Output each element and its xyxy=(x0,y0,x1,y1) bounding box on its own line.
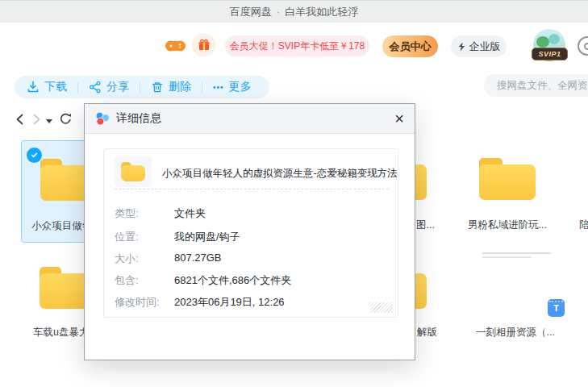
avatar-art-tree xyxy=(536,36,549,48)
baidu-netdisk-logo-icon xyxy=(95,111,110,126)
titlebar-separator: · xyxy=(277,6,280,18)
download-label: 下载 xyxy=(44,80,67,94)
more-label: 更多 xyxy=(229,80,252,94)
toolbar-divider xyxy=(77,82,78,93)
details-dialog-header: 详细信息 × xyxy=(85,104,415,134)
detail-label-contains: 包含: xyxy=(115,273,173,288)
back-button[interactable] xyxy=(14,113,27,126)
detail-value-contains: 6821个文件,686个文件夹 xyxy=(174,273,291,288)
file-action-toolbar: 下载 分享 删除 ••• 更多 xyxy=(15,76,269,98)
forward-button[interactable] xyxy=(30,113,43,126)
gift-activity-button[interactable] xyxy=(192,33,215,56)
share-icon xyxy=(89,81,102,94)
member-center-button[interactable]: 会员中心 xyxy=(382,35,438,57)
detail-value-modified: 2023年06月19日, 12:26 xyxy=(174,295,285,310)
detail-label-type: 类型: xyxy=(115,206,173,221)
download-icon xyxy=(27,81,40,94)
detail-file-name: 小众项目做年轻人的虚拟资源生意-恋爱秘籍变现方法 xyxy=(162,167,396,181)
file-item-label[interactable]: 解版 xyxy=(417,326,437,339)
share-label: 分享 xyxy=(106,80,129,94)
note-file-icon[interactable]: T xyxy=(548,299,565,317)
download-button[interactable]: 下载 xyxy=(27,80,67,94)
file-item-label[interactable]: 一刻相册资源（... xyxy=(471,326,560,339)
note-icon-dots xyxy=(549,301,563,302)
file-item-label[interactable]: 图... xyxy=(416,218,435,232)
more-dots-icon: ••• xyxy=(213,83,224,92)
delete-label: 删除 xyxy=(169,80,191,94)
detail-label-location: 位置: xyxy=(115,230,173,244)
trash-icon xyxy=(151,81,164,94)
history-dropdown-caret[interactable] xyxy=(46,119,52,123)
folder-icon xyxy=(121,162,145,181)
dialog-title: 详细信息 xyxy=(116,111,161,126)
detail-label-modified: 修改时间: xyxy=(115,295,173,310)
window-titlebar: 百度网盘 · 白羊我如此轻浮 xyxy=(0,0,588,23)
svip-level-badge: SVIP1 xyxy=(532,48,568,60)
enterprise-version-button[interactable]: 企业版 xyxy=(451,35,507,57)
detail-value-size: 807.27GB xyxy=(174,252,222,264)
detail-value-type: 文件夹 xyxy=(174,206,206,221)
more-actions-button[interactable]: ••• 更多 xyxy=(213,80,252,94)
detail-label-size: 大小: xyxy=(115,252,173,266)
file-icon-tile xyxy=(115,156,152,187)
check-icon xyxy=(30,151,39,160)
gift-icon xyxy=(198,39,211,52)
enterprise-label: 企业版 xyxy=(469,40,501,54)
details-dialog: 详细信息 × 小众项目做年轻人的虚拟资源生意-恋爱秘籍变现方法 类型: 文件夹 … xyxy=(84,103,415,360)
corner-smudge xyxy=(370,302,393,313)
service-ring-inner xyxy=(584,43,588,50)
svip-promo-banner[interactable]: 会员大促！SVIP年卡低至￥178 xyxy=(225,35,369,56)
search-input[interactable] xyxy=(484,80,588,91)
search-box xyxy=(484,74,588,97)
close-icon[interactable]: × xyxy=(394,110,404,127)
watermark xyxy=(482,252,551,260)
folder-icon[interactable] xyxy=(479,158,536,200)
avatar-art-bush xyxy=(548,34,560,44)
app-name: 百度网盘 xyxy=(230,5,272,19)
dashed-divider xyxy=(115,189,389,189)
share-button[interactable]: 分享 xyxy=(89,80,129,94)
detail-value-location: 我的网盘/钩子 xyxy=(174,230,240,244)
delete-button[interactable]: 删除 xyxy=(151,80,191,94)
logged-in-user-name: 白羊我如此轻浮 xyxy=(285,5,358,19)
file-item-label[interactable]: 男粉私域进阶玩... xyxy=(467,218,548,232)
baidu-netdisk-window: 百度网盘 · 白羊我如此轻浮 会员大促！SVIP年卡低至￥178 会员中心 企业… xyxy=(0,0,588,387)
details-content-box: 小众项目做年轻人的虚拟资源生意-恋爱秘籍变现方法 类型: 文件夹 位置: 我的网… xyxy=(103,148,398,318)
toolbar-divider xyxy=(202,82,202,93)
refresh-button[interactable] xyxy=(59,112,73,126)
game-center-icon[interactable] xyxy=(165,38,186,54)
enterprise-lightning-icon xyxy=(457,42,466,52)
note-icon-letter: T xyxy=(553,303,559,313)
file-item-label-clipped[interactable]: 陪 xyxy=(579,218,588,232)
toolbar-divider xyxy=(140,82,140,93)
